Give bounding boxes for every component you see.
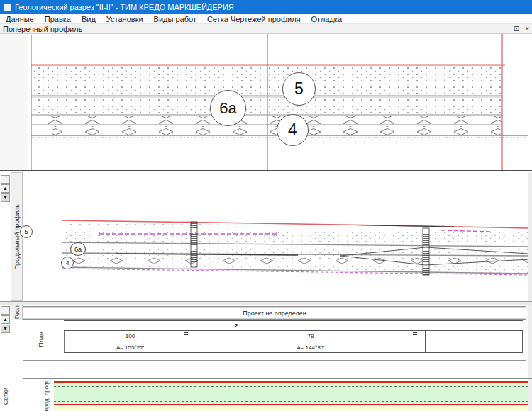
diamond-layer-1 bbox=[34, 116, 502, 124]
profile-label-4: 4 bbox=[61, 257, 74, 269]
profile-label-5: 5 bbox=[20, 225, 33, 238]
azimuth-value-1: A= 155°27' bbox=[116, 344, 144, 351]
layer-label-5-text: 5 bbox=[294, 79, 304, 98]
nets-tab[interactable]: Сетки bbox=[1, 381, 11, 411]
collapse-button[interactable]: − bbox=[1, 175, 10, 184]
profile-grid-band bbox=[54, 381, 528, 411]
borehole-1[interactable] bbox=[191, 222, 197, 289]
horizontal-splitter[interactable] bbox=[0, 301, 532, 305]
menu-edit[interactable]: Правка bbox=[45, 15, 71, 23]
station-mark bbox=[413, 332, 417, 337]
layer-label-4: 4 bbox=[277, 114, 309, 146]
project-status-band: Проект не определен bbox=[23, 306, 526, 320]
distance-cell-3 bbox=[426, 331, 523, 342]
menu-profile-drawing-grid[interactable]: Сетка Чертежей профиля bbox=[207, 15, 301, 23]
prof-grid-label: прод. проф. bbox=[43, 380, 50, 411]
menu-bar: Данные Правка Вид Установки Виды работ С… bbox=[0, 14, 532, 24]
window-title: Геологический разрез "II-II" - ТИМ КРЕДО… bbox=[15, 3, 234, 11]
azimuth-cell-3 bbox=[426, 342, 523, 352]
azimuth-row: A= 155°27' A= 144°35' bbox=[64, 342, 523, 353]
menu-settings[interactable]: Установки bbox=[106, 15, 143, 23]
azimuth-value-2: A= 144°35' bbox=[297, 344, 324, 351]
band-yellow-area bbox=[54, 405, 528, 411]
layer-label-5: 5 bbox=[282, 72, 316, 106]
borehole-2[interactable] bbox=[423, 228, 429, 293]
plan-grid-label: План bbox=[38, 332, 45, 347]
grids-section-divider bbox=[23, 378, 532, 379]
distance-cell-1: 100 bbox=[64, 331, 196, 342]
vertical-scrollbar[interactable] bbox=[528, 172, 532, 411]
project-status-text: Проект не определен bbox=[243, 310, 306, 317]
layer-label-6a: 6а bbox=[210, 90, 246, 126]
azimuth-cell-2: A= 144°35' bbox=[196, 342, 426, 352]
move-up-button[interactable]: ▲ bbox=[1, 184, 10, 193]
profile-label-6a-text: 6а bbox=[74, 246, 82, 253]
close-icon[interactable]: × bbox=[525, 26, 529, 33]
cross-profile-panel-bar: Поперечный профиль ⊡ × bbox=[0, 24, 532, 34]
station-mark bbox=[184, 332, 188, 337]
band-green-area bbox=[54, 383, 528, 404]
stratum-5-fill bbox=[31, 67, 502, 95]
geology-grid-tab[interactable]: Геол bbox=[11, 305, 23, 320]
grid-down-button[interactable]: ▼ bbox=[1, 325, 10, 333]
nets-label: Сетки bbox=[2, 388, 9, 405]
band-dashed-line-top bbox=[54, 386, 528, 387]
profile-label-6a: 6а bbox=[70, 242, 86, 256]
segment-row: 2 bbox=[64, 321, 523, 331]
long-profile-drawing[interactable] bbox=[23, 171, 528, 301]
segment-number: 2 bbox=[235, 322, 238, 329]
move-down-button[interactable]: ▼ bbox=[1, 193, 10, 202]
menu-view[interactable]: Вид bbox=[82, 15, 96, 23]
cross-profile-panel-title: Поперечный профиль bbox=[3, 25, 508, 33]
distance-cell-2: 79 bbox=[196, 331, 426, 342]
menu-debug[interactable]: Отладка bbox=[311, 15, 342, 23]
menu-data[interactable]: Данные bbox=[6, 15, 34, 23]
long-profile-tab[interactable]: Продольный профиль bbox=[11, 172, 23, 301]
prof-grid-tab[interactable]: прод. проф. bbox=[40, 380, 52, 411]
azimuth-cell-1: A= 155°27' bbox=[64, 342, 196, 352]
grid-collapse-button[interactable]: − bbox=[1, 306, 10, 315]
profile-label-5-text: 5 bbox=[24, 228, 28, 235]
menu-work-types[interactable]: Виды работ bbox=[154, 15, 196, 23]
band-dashed-line-bottom bbox=[54, 401, 528, 402]
distance-row: 100 79 bbox=[64, 331, 523, 342]
distance-value-2: 79 bbox=[308, 333, 314, 339]
profile-diamond-layer bbox=[71, 257, 528, 265]
distance-value-1: 100 bbox=[126, 333, 135, 339]
layer-label-4-text: 4 bbox=[288, 120, 297, 140]
title-bar: Геологический разрез "II-II" - ТИМ КРЕДО… bbox=[0, 0, 532, 14]
geology-grid-label: Геол bbox=[13, 305, 21, 319]
grid-up-button[interactable]: ▲ bbox=[1, 315, 10, 324]
layer-label-6a-text: 6а bbox=[219, 99, 236, 118]
plan-grid: 2 100 79 A= 155°27' A= 144°35' bbox=[64, 320, 523, 352]
float-window-icon[interactable]: ⊡ bbox=[514, 26, 519, 33]
profile-strata-fill bbox=[62, 222, 528, 274]
long-profile-tab-label: Продольный профиль bbox=[13, 204, 21, 270]
cross-section-drawing[interactable] bbox=[0, 34, 532, 170]
app-icon bbox=[4, 4, 11, 11]
plan-grid-tab[interactable]: План bbox=[36, 325, 46, 354]
profile-label-4-text: 4 bbox=[65, 259, 69, 266]
application-window: Геологический разрез "II-II" - ТИМ КРЕДО… bbox=[0, 0, 532, 411]
stratum-6a-fill bbox=[31, 98, 502, 114]
grid-divider-line bbox=[23, 360, 526, 361]
